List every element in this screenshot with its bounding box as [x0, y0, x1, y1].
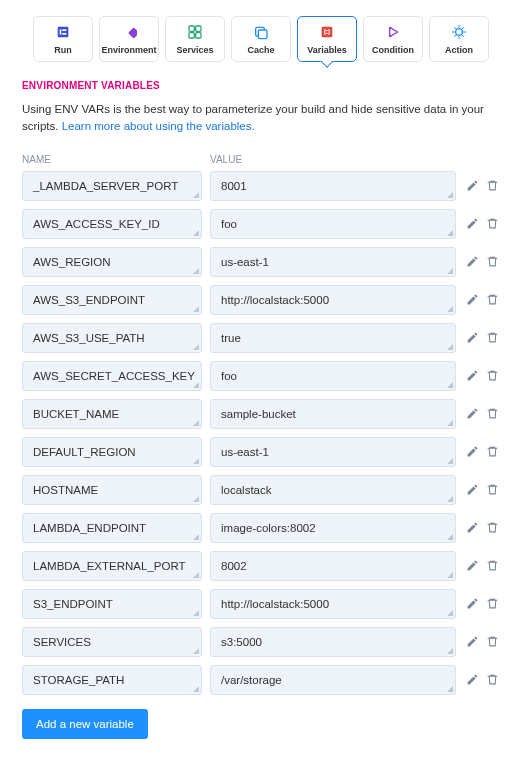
variable-value-input[interactable]: http://localstack:5000: [210, 589, 456, 619]
variable-row: _LAMBDA_SERVER_PORT8001: [22, 171, 500, 201]
svg-rect-3: [62, 33, 66, 35]
trash-icon[interactable]: [486, 331, 500, 345]
tab-environment[interactable]: Environment: [99, 16, 159, 62]
variable-name-input[interactable]: LAMBDA_EXTERNAL_PORT: [22, 551, 202, 581]
pencil-icon[interactable]: [466, 331, 480, 345]
variable-row: HOSTNAMElocalstack: [22, 475, 500, 505]
pencil-icon[interactable]: [466, 483, 480, 497]
row-actions: [464, 445, 500, 459]
variable-name-input[interactable]: AWS_S3_ENDPOINT: [22, 285, 202, 315]
pencil-icon[interactable]: [466, 407, 480, 421]
variable-value-input[interactable]: localstack: [210, 475, 456, 505]
svg-rect-5: [189, 26, 194, 31]
pencil-icon[interactable]: [466, 445, 480, 459]
variable-value-input[interactable]: foo: [210, 209, 456, 239]
variable-value-input[interactable]: true: [210, 323, 456, 353]
row-actions: [464, 369, 500, 383]
row-actions: [464, 255, 500, 269]
tab-services[interactable]: Services: [165, 16, 225, 62]
variable-name-input[interactable]: LAMBDA_ENDPOINT: [22, 513, 202, 543]
variable-row: BUCKET_NAMEsample-bucket: [22, 399, 500, 429]
svg-rect-1: [60, 29, 62, 34]
trash-icon[interactable]: [486, 521, 500, 535]
svg-rect-8: [196, 32, 201, 37]
variables-icon: [319, 24, 335, 40]
row-actions: [464, 217, 500, 231]
pencil-icon[interactable]: [466, 521, 480, 535]
pencil-icon[interactable]: [466, 597, 480, 611]
tab-variables[interactable]: Variables: [297, 16, 357, 62]
add-variable-button[interactable]: Add a new variable: [22, 709, 148, 739]
pencil-icon[interactable]: [466, 293, 480, 307]
variable-name-input[interactable]: S3_ENDPOINT: [22, 589, 202, 619]
variables-list: _LAMBDA_SERVER_PORT8001AWS_ACCESS_KEY_ID…: [22, 171, 500, 695]
variable-row: S3_ENDPOINThttp://localstack:5000: [22, 589, 500, 619]
row-actions: [464, 635, 500, 649]
variable-name-input[interactable]: AWS_S3_USE_PATH: [22, 323, 202, 353]
pencil-icon[interactable]: [466, 217, 480, 231]
trash-icon[interactable]: [486, 369, 500, 383]
run-icon: [55, 24, 71, 40]
variable-name-input[interactable]: BUCKET_NAME: [22, 399, 202, 429]
trash-icon[interactable]: [486, 559, 500, 573]
condition-icon: [385, 24, 401, 40]
tab-action[interactable]: Action: [429, 16, 489, 62]
learn-more-link[interactable]: Learn more about using the variables.: [62, 120, 255, 132]
tab-cache[interactable]: Cache: [231, 16, 291, 62]
trash-icon[interactable]: [486, 255, 500, 269]
variable-name-input[interactable]: _LAMBDA_SERVER_PORT: [22, 171, 202, 201]
variable-name-input[interactable]: AWS_ACCESS_KEY_ID: [22, 209, 202, 239]
tab-label: Variables: [307, 45, 347, 55]
environment-icon: [121, 24, 137, 40]
action-icon: [451, 24, 467, 40]
column-header-value: VALUE: [210, 154, 500, 165]
variable-name-input[interactable]: DEFAULT_REGION: [22, 437, 202, 467]
trash-icon[interactable]: [486, 445, 500, 459]
variable-value-input[interactable]: http://localstack:5000: [210, 285, 456, 315]
variable-value-input[interactable]: sample-bucket: [210, 399, 456, 429]
variable-name-input[interactable]: AWS_SECRET_ACCESS_KEY: [22, 361, 202, 391]
variable-row: DEFAULT_REGIONus-east-1: [22, 437, 500, 467]
trash-icon[interactable]: [486, 217, 500, 231]
variable-value-input[interactable]: us-east-1: [210, 247, 456, 277]
variable-value-input[interactable]: 8002: [210, 551, 456, 581]
row-actions: [464, 293, 500, 307]
trash-icon[interactable]: [486, 483, 500, 497]
variable-row: AWS_S3_USE_PATHtrue: [22, 323, 500, 353]
pencil-icon[interactable]: [466, 369, 480, 383]
tab-condition[interactable]: Condition: [363, 16, 423, 62]
pencil-icon[interactable]: [466, 673, 480, 687]
row-actions: [464, 407, 500, 421]
trash-icon[interactable]: [486, 407, 500, 421]
trash-icon[interactable]: [486, 673, 500, 687]
svg-rect-11: [322, 26, 333, 37]
svg-point-12: [456, 28, 463, 35]
variable-name-input[interactable]: HOSTNAME: [22, 475, 202, 505]
pencil-icon[interactable]: [466, 179, 480, 193]
variable-name-input[interactable]: STORAGE_PATH: [22, 665, 202, 695]
variable-name-input[interactable]: SERVICES: [22, 627, 202, 657]
section-title: ENVIRONMENT VARIABLES: [22, 80, 500, 91]
svg-rect-2: [62, 29, 66, 31]
tab-run[interactable]: Run: [33, 16, 93, 62]
variable-row: AWS_REGIONus-east-1: [22, 247, 500, 277]
variable-value-input[interactable]: foo: [210, 361, 456, 391]
variable-name-input[interactable]: AWS_REGION: [22, 247, 202, 277]
trash-icon[interactable]: [486, 597, 500, 611]
row-actions: [464, 559, 500, 573]
cache-icon: [253, 24, 269, 40]
trash-icon[interactable]: [486, 293, 500, 307]
trash-icon[interactable]: [486, 179, 500, 193]
pencil-icon[interactable]: [466, 255, 480, 269]
variable-value-input[interactable]: /var/storage: [210, 665, 456, 695]
variable-value-input[interactable]: us-east-1: [210, 437, 456, 467]
pencil-icon[interactable]: [466, 559, 480, 573]
variable-value-input[interactable]: s3:5000: [210, 627, 456, 657]
trash-icon[interactable]: [486, 635, 500, 649]
variable-value-input[interactable]: image-colors:8002: [210, 513, 456, 543]
svg-rect-7: [189, 32, 194, 37]
pencil-icon[interactable]: [466, 635, 480, 649]
variable-value-input[interactable]: 8001: [210, 171, 456, 201]
variable-row: AWS_S3_ENDPOINThttp://localstack:5000: [22, 285, 500, 315]
row-actions: [464, 483, 500, 497]
